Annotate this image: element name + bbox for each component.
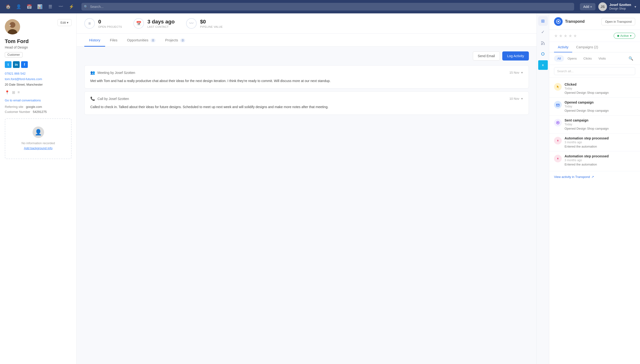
middle-content: ≡ 0 OPEN PROJECTS 📅 3 days ago LAST CONT… (77, 14, 537, 364)
automation-title-1: Automation step processed (565, 136, 635, 140)
rss-icon[interactable] (538, 38, 548, 48)
user-menu[interactable]: JS Josef Szotten Design Shop ▾ (598, 2, 636, 11)
activity-item-meeting: 👥 Meeting by Josef Szotten 15 Nov ▾ Met … (84, 65, 529, 88)
star-2[interactable]: ★ (559, 33, 563, 38)
grid-icon[interactable]: ⊞ (538, 16, 548, 26)
star-4[interactable]: ★ (568, 33, 572, 38)
clicked-time: Today (565, 87, 635, 90)
panel-search-icon[interactable]: 🔍 (626, 55, 635, 62)
outlook-icon[interactable]: O (538, 49, 548, 59)
star-1[interactable]: ★ (554, 33, 558, 38)
contacts-icon[interactable]: 👤 (14, 2, 23, 11)
sent-icon (554, 119, 562, 126)
activity-date-row-call: 10 Nov ▾ (509, 97, 523, 100)
transpond-logo-svg (556, 19, 561, 24)
last-contact-value: 3 days ago (147, 19, 175, 25)
rss-svg (541, 41, 545, 46)
no-info-avatar-icon: 👤 (33, 126, 44, 138)
tab-history[interactable]: History (84, 34, 105, 47)
activity-title-row-call: 📞 Call by Josef Szotten (90, 96, 129, 101)
panel-search-input[interactable] (554, 67, 635, 75)
user-name: Josef Szotten (609, 3, 631, 7)
panel-tab-campaigns[interactable]: Campaigns (2) (572, 42, 602, 52)
avatar: JS (598, 2, 607, 11)
star-5[interactable]: ★ (573, 33, 577, 38)
lightning-bolt-icon (556, 139, 560, 142)
star-3[interactable]: ★ (564, 33, 567, 38)
email-link[interactable]: tom.ford@ford-futures.com (5, 77, 42, 81)
external-link-icon: ↗ (591, 175, 594, 179)
filter-clicks[interactable]: Clicks (580, 55, 595, 62)
icon-strip: ⊞ ✓ O x (537, 14, 549, 364)
email-address: tom.ford@ford-futures.com (5, 77, 72, 81)
menu-icon[interactable]: ☰ (46, 2, 55, 11)
panel-tab-activity[interactable]: Activity (554, 42, 572, 52)
tab-projects[interactable]: Projects 0 (160, 34, 190, 47)
tab-files[interactable]: Files (105, 34, 122, 47)
activity-header: 👥 Meeting by Josef Szotten 15 Nov ▾ (90, 70, 523, 75)
sent-title: Sent campaign (565, 118, 635, 122)
sent-time: Today (565, 123, 635, 126)
twitter-icon[interactable]: t (5, 61, 12, 68)
open-transpond-button[interactable]: Open in Transpond (601, 18, 635, 25)
user-company: Design Shop (609, 7, 631, 11)
svg-point-9 (557, 122, 559, 124)
tab-opportunities[interactable]: Opportunities 0 (122, 34, 160, 47)
opened-desc: Opened Design Shop campaign (565, 109, 635, 112)
table-icon[interactable]: ⊞ (12, 90, 15, 95)
automation-time-1: 3 months ago (565, 141, 635, 144)
meeting-date: 15 Nov (509, 71, 519, 74)
analytics-icon[interactable]: 〰 (57, 2, 65, 11)
phone-link[interactable]: 07821 866 542 (5, 72, 26, 75)
add-button[interactable]: Add + (580, 3, 595, 10)
home-icon[interactable]: 🏠 (4, 2, 13, 11)
meeting-icon: 👥 (90, 70, 95, 75)
filter-opens[interactable]: Opens (564, 55, 580, 62)
right-panel: Transpond Open in Transpond ★ ★ ★ ★ ★ Ac… (549, 14, 640, 364)
activity-header-call: 📞 Call by Josef Szotten 10 Nov ▾ (90, 96, 523, 101)
pipeline-icon: 〰 (186, 18, 197, 29)
filter-visits[interactable]: Visits (595, 55, 609, 62)
expand-call-icon[interactable]: ▾ (521, 97, 523, 100)
svg-point-3 (9, 25, 11, 26)
send-email-button[interactable]: Send Email (473, 52, 500, 60)
expand-icon[interactable]: ▾ (521, 71, 523, 74)
left-sidebar: Edit ▾ Tom Ford Head of Design Customer … (0, 14, 77, 364)
automation-desc-1: Entered the automation (565, 145, 635, 148)
linkedin-icon[interactable]: in (13, 61, 20, 68)
activity-call-title: Call by Josef Szotten (97, 97, 129, 101)
automation-title-2: Automation step processed (565, 154, 635, 158)
activity-area: Send Email Log Activity 👥 Meeting by Jos… (77, 47, 537, 122)
call-body: Called to check in. Talked about their i… (90, 104, 523, 110)
clicked-desc: Opened Design Shop campaign (565, 91, 635, 94)
filter-all[interactable]: All (554, 55, 564, 62)
contact-title: Head of Design (5, 46, 72, 49)
edit-button[interactable]: Edit ▾ (58, 19, 72, 26)
lightning-icon[interactable]: ⚡ (67, 2, 76, 11)
add-background-link[interactable]: Add background info (24, 146, 53, 150)
search-input[interactable] (81, 3, 574, 10)
location-icon[interactable]: 📍 (5, 90, 10, 95)
view-activity-link[interactable]: View activity in Transpond ↗ (549, 171, 640, 182)
go-to-email-link[interactable]: Go to email conversations (5, 98, 72, 102)
xero-icon[interactable]: x (538, 60, 548, 70)
automation-icon-2 (554, 155, 562, 162)
log-activity-button[interactable]: Log Activity (502, 52, 529, 60)
calendar-icon[interactable]: 📅 (25, 2, 34, 11)
activity-actions: Send Email Log Activity (84, 52, 529, 60)
social-icons: t in f (5, 61, 72, 68)
list-item: Sent campaign Today Opened Design Shop c… (549, 116, 640, 134)
status-badge[interactable]: Active ▾ (614, 33, 635, 39)
content-tabs: History Files Opportunities 0 Projects 0 (77, 34, 537, 47)
list-icon[interactable]: ≡ (18, 90, 20, 95)
facebook-icon[interactable]: f (21, 61, 28, 68)
automation-time-2: 3 months ago (565, 158, 635, 162)
activity-title-row: 👥 Meeting by Josef Szotten (90, 70, 135, 75)
clicked-icon (554, 83, 562, 91)
reports-icon[interactable]: 📊 (36, 2, 44, 11)
contact-info: 07821 866 542 tom.ford@ford-futures.com … (5, 72, 72, 86)
check-icon[interactable]: ✓ (538, 27, 548, 37)
chevron-down-icon: ▾ (67, 21, 69, 24)
search-icon: 🔍 (84, 5, 88, 8)
calendar-stat-icon: 📅 (133, 18, 144, 29)
